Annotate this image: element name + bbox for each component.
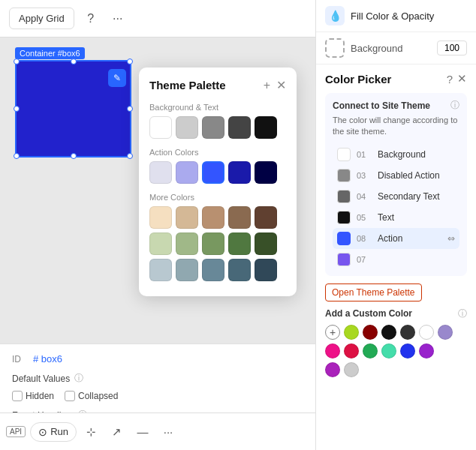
swatch-teal[interactable] <box>381 344 396 358</box>
api-badge: API <box>6 426 26 437</box>
custom-swatches-row2 <box>325 344 467 358</box>
resize-handle-b[interactable] <box>71 153 77 159</box>
swatch-magenta[interactable] <box>325 362 340 377</box>
action-swatch-2[interactable] <box>176 161 198 184</box>
default-values-label: Default Values <box>12 374 70 384</box>
resize-handle-r[interactable] <box>127 106 133 112</box>
resize-handle-l[interactable] <box>14 106 20 112</box>
collapsed-checkbox[interactable]: Collapsed <box>65 391 118 401</box>
more-swatch-15[interactable] <box>255 259 277 281</box>
custom-swatches-row1: + <box>325 325 467 340</box>
more-swatch-9[interactable] <box>228 232 251 255</box>
custom-color-title: Add a Custom Color <box>325 308 412 319</box>
swatch-green[interactable] <box>363 344 378 358</box>
theme-color-item-04[interactable]: 04 Secondary Text <box>333 186 459 207</box>
select-tool-button[interactable]: ⊹ <box>81 422 102 442</box>
swatch-hotpink[interactable] <box>325 344 340 358</box>
swatch-darkgray[interactable] <box>400 325 415 340</box>
color-swatch-01 <box>337 148 351 161</box>
theme-color-item-05[interactable]: 05 Text <box>333 207 459 228</box>
bg-swatch-black[interactable] <box>255 116 277 139</box>
theme-color-item-01[interactable]: 01 Background <box>333 144 459 165</box>
more-swatch-4[interactable] <box>228 206 251 229</box>
custom-color-header: Add a Custom Color ⓘ <box>325 308 467 320</box>
resize-handle-tl[interactable] <box>14 58 20 64</box>
apply-grid-button[interactable]: Apply Grid <box>9 8 74 29</box>
container-label: Container #box6 <box>15 47 85 59</box>
resize-handle-br[interactable] <box>127 153 133 159</box>
swatch-violet[interactable] <box>419 344 434 358</box>
swatch-purple1[interactable] <box>438 325 453 340</box>
connect-title: Connect to Site Theme <box>333 100 430 111</box>
custom-color-info-icon[interactable]: ⓘ <box>458 308 467 320</box>
opacity-input[interactable] <box>437 40 467 56</box>
hidden-checkbox-box[interactable] <box>12 391 23 401</box>
cp-question-button[interactable]: ? <box>447 72 453 86</box>
color-num-04: 04 <box>357 192 372 201</box>
run-label: Run <box>50 426 68 437</box>
bg-swatch-gray[interactable] <box>202 116 224 139</box>
minus-button[interactable]: — <box>132 422 153 442</box>
resize-handle-tr[interactable] <box>127 58 133 64</box>
more-bottom-button[interactable]: ··· <box>158 422 179 442</box>
swatch-white[interactable] <box>419 325 434 340</box>
tp-close-button[interactable]: ✕ <box>276 78 286 92</box>
default-values-info-icon[interactable]: ⓘ <box>74 372 83 385</box>
id-row: ID # box6 <box>12 353 303 364</box>
run-button[interactable]: ⊙ Run <box>30 422 77 442</box>
action-swatch-1[interactable] <box>149 161 172 184</box>
top-toolbar: Apply Grid ? ··· <box>0 0 315 38</box>
open-theme-palette-button[interactable]: Open Theme Palette <box>325 284 422 302</box>
collapsed-checkbox-box[interactable] <box>65 391 75 401</box>
hidden-checkbox[interactable]: Hidden <box>12 391 54 401</box>
swatch-black[interactable] <box>381 325 396 340</box>
color-name-05: Text <box>378 212 394 223</box>
bg-text-swatches <box>149 116 286 139</box>
more-swatch-7[interactable] <box>176 232 198 255</box>
more-swatch-6[interactable] <box>149 232 172 255</box>
swatch-lightgray[interactable] <box>344 362 359 377</box>
edit-container-button[interactable]: ✎ <box>108 69 126 87</box>
swatch-lime[interactable] <box>344 325 359 340</box>
theme-color-item-07[interactable]: 07 <box>333 249 459 270</box>
color-num-05: 05 <box>357 213 372 222</box>
checkbox-row: Hidden Collapsed <box>12 391 303 401</box>
bg-swatch-lightgray[interactable] <box>176 116 198 139</box>
more-swatch-1[interactable] <box>149 206 172 229</box>
expand-button[interactable]: ↗ <box>107 422 128 442</box>
more-swatch-14[interactable] <box>228 259 251 281</box>
resize-handle-t[interactable] <box>71 58 77 64</box>
theme-color-item-03[interactable]: 03 Disabled Action <box>333 165 459 186</box>
action-swatch-4[interactable] <box>228 161 251 184</box>
swatch-darkred[interactable] <box>363 325 378 340</box>
question-button[interactable]: ? <box>80 8 101 29</box>
theme-color-item-08[interactable]: 08 Action ⇔ <box>333 228 459 249</box>
more-swatch-2[interactable] <box>176 206 198 229</box>
background-row: Background <box>316 32 476 64</box>
more-swatch-12[interactable] <box>176 259 198 281</box>
more-swatch-5[interactable] <box>255 206 277 229</box>
tp-add-button[interactable]: + <box>264 78 270 92</box>
more-button[interactable]: ··· <box>107 8 128 29</box>
more-swatch-10[interactable] <box>255 232 277 255</box>
swatch-crimson[interactable] <box>344 344 359 358</box>
cp-header-icons: ? ✕ <box>447 72 467 86</box>
resize-handle-bl[interactable] <box>14 153 20 159</box>
connect-header: Connect to Site Theme ⓘ <box>333 99 459 112</box>
connect-info-icon[interactable]: ⓘ <box>450 99 459 112</box>
collapsed-label: Collapsed <box>78 391 118 401</box>
more-swatch-3[interactable] <box>202 206 224 229</box>
add-color-button[interactable]: + <box>325 325 340 340</box>
action-swatch-selected[interactable] <box>202 161 224 184</box>
hidden-label: Hidden <box>26 391 54 401</box>
more-swatch-11[interactable] <box>149 259 172 281</box>
more-swatch-8[interactable] <box>202 232 224 255</box>
color-picker-panel: Color Picker ? ✕ Connect to Site Theme ⓘ… <box>316 64 476 388</box>
cp-title: Color Picker <box>325 73 391 86</box>
bg-swatch-white[interactable] <box>149 116 172 139</box>
more-swatch-13[interactable] <box>202 259 224 281</box>
action-swatch-5[interactable] <box>255 161 277 184</box>
swatch-blue[interactable] <box>400 344 415 358</box>
cp-close-button[interactable]: ✕ <box>457 72 467 86</box>
bg-swatch-darkgray[interactable] <box>228 116 251 139</box>
